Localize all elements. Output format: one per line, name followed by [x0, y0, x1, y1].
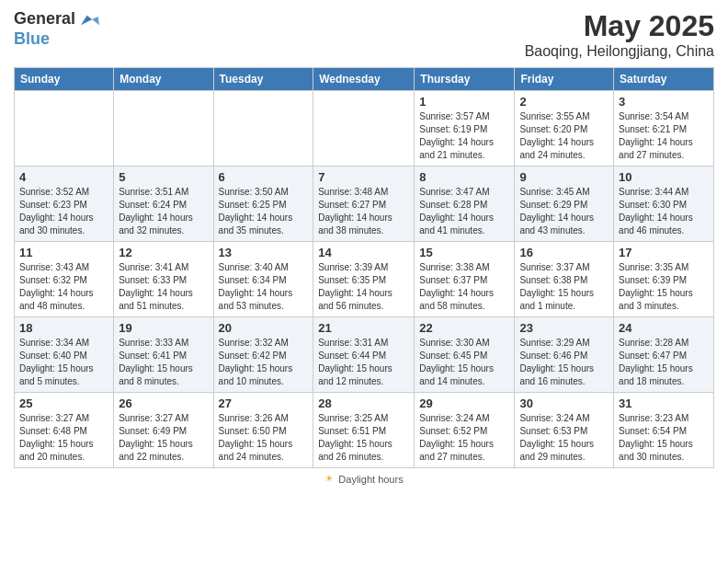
location-title: Baoqing, Heilongjiang, China — [525, 43, 714, 60]
calendar-cell: 11Sunrise: 3:43 AM Sunset: 6:32 PM Dayli… — [15, 242, 114, 317]
logo-blue: Blue — [14, 29, 50, 48]
calendar-cell: 26Sunrise: 3:27 AM Sunset: 6:49 PM Dayli… — [114, 393, 213, 468]
sun-icon: ☀ — [324, 473, 334, 485]
day-info: Sunrise: 3:37 AM Sunset: 6:38 PM Dayligh… — [519, 261, 609, 313]
col-wednesday: Wednesday — [313, 68, 415, 91]
day-number: 17 — [619, 246, 709, 259]
calendar-page: General Blue May 2025 Baoqing, Heilongji… — [0, 0, 728, 563]
calendar-cell — [313, 91, 415, 167]
calendar-cell: 4Sunrise: 3:52 AM Sunset: 6:23 PM Daylig… — [15, 167, 114, 242]
day-info: Sunrise: 3:34 AM Sunset: 6:40 PM Dayligh… — [19, 337, 108, 388]
day-info: Sunrise: 3:25 AM Sunset: 6:51 PM Dayligh… — [318, 412, 409, 464]
calendar-cell: 29Sunrise: 3:24 AM Sunset: 6:52 PM Dayli… — [415, 393, 515, 468]
calendar-cell: 9Sunrise: 3:45 AM Sunset: 6:29 PM Daylig… — [515, 167, 614, 242]
day-number: 20 — [219, 321, 309, 335]
day-number: 23 — [519, 321, 609, 335]
day-number: 8 — [419, 170, 509, 184]
day-info: Sunrise: 3:54 AM Sunset: 6:21 PM Dayligh… — [619, 110, 709, 162]
calendar-cell: 7Sunrise: 3:48 AM Sunset: 6:27 PM Daylig… — [313, 167, 415, 242]
calendar-cell: 20Sunrise: 3:32 AM Sunset: 6:42 PM Dayli… — [213, 317, 313, 393]
day-info: Sunrise: 3:52 AM Sunset: 6:23 PM Dayligh… — [19, 186, 108, 237]
day-number: 30 — [519, 396, 609, 410]
calendar-cell: 6Sunrise: 3:50 AM Sunset: 6:25 PM Daylig… — [213, 167, 313, 242]
day-info: Sunrise: 3:32 AM Sunset: 6:42 PM Dayligh… — [219, 337, 309, 388]
day-info: Sunrise: 3:33 AM Sunset: 6:41 PM Dayligh… — [119, 337, 208, 388]
day-number: 19 — [119, 321, 208, 335]
calendar-cell: 1Sunrise: 3:57 AM Sunset: 6:19 PM Daylig… — [415, 91, 515, 167]
day-number: 5 — [119, 170, 208, 184]
day-number: 7 — [318, 170, 409, 184]
day-info: Sunrise: 3:23 AM Sunset: 6:54 PM Dayligh… — [619, 412, 709, 464]
day-number: 28 — [318, 396, 409, 410]
month-title: May 2025 — [525, 9, 714, 43]
day-number: 27 — [219, 396, 309, 410]
calendar-cell: 18Sunrise: 3:34 AM Sunset: 6:40 PM Dayli… — [15, 317, 114, 393]
calendar-cell: 28Sunrise: 3:25 AM Sunset: 6:51 PM Dayli… — [313, 393, 415, 468]
calendar-cell: 14Sunrise: 3:39 AM Sunset: 6:35 PM Dayli… — [313, 242, 415, 317]
day-number: 11 — [19, 246, 108, 259]
day-number: 22 — [419, 321, 509, 335]
day-info: Sunrise: 3:41 AM Sunset: 6:33 PM Dayligh… — [119, 261, 208, 313]
day-info: Sunrise: 3:39 AM Sunset: 6:35 PM Dayligh… — [318, 261, 409, 313]
calendar-cell: 22Sunrise: 3:30 AM Sunset: 6:45 PM Dayli… — [415, 317, 515, 393]
calendar-cell: 17Sunrise: 3:35 AM Sunset: 6:39 PM Dayli… — [614, 242, 714, 317]
calendar-cell: 3Sunrise: 3:54 AM Sunset: 6:21 PM Daylig… — [614, 91, 714, 167]
calendar-cell: 15Sunrise: 3:38 AM Sunset: 6:37 PM Dayli… — [415, 242, 515, 317]
calendar-cell: 5Sunrise: 3:51 AM Sunset: 6:24 PM Daylig… — [114, 167, 213, 242]
day-info: Sunrise: 3:35 AM Sunset: 6:39 PM Dayligh… — [619, 261, 709, 313]
calendar-cell: 19Sunrise: 3:33 AM Sunset: 6:41 PM Dayli… — [114, 317, 213, 393]
calendar-cell: 12Sunrise: 3:41 AM Sunset: 6:33 PM Dayli… — [114, 242, 213, 317]
day-info: Sunrise: 3:44 AM Sunset: 6:30 PM Dayligh… — [619, 186, 709, 237]
day-info: Sunrise: 3:26 AM Sunset: 6:50 PM Dayligh… — [219, 412, 309, 464]
day-info: Sunrise: 3:30 AM Sunset: 6:45 PM Dayligh… — [419, 337, 509, 388]
day-info: Sunrise: 3:47 AM Sunset: 6:28 PM Dayligh… — [419, 186, 509, 237]
title-section: May 2025 Baoqing, Heilongjiang, China — [525, 9, 714, 60]
calendar-week-5: 25Sunrise: 3:27 AM Sunset: 6:48 PM Dayli… — [15, 393, 714, 468]
calendar-header-row: Sunday Monday Tuesday Wednesday Thursday… — [15, 68, 714, 91]
col-saturday: Saturday — [614, 68, 714, 91]
calendar-cell: 30Sunrise: 3:24 AM Sunset: 6:53 PM Dayli… — [515, 393, 614, 468]
day-info: Sunrise: 3:50 AM Sunset: 6:25 PM Dayligh… — [219, 186, 309, 237]
footer: ☀ Daylight hours — [14, 473, 714, 485]
day-number: 14 — [318, 246, 409, 259]
calendar-cell: 27Sunrise: 3:26 AM Sunset: 6:50 PM Dayli… — [213, 393, 313, 468]
day-info: Sunrise: 3:31 AM Sunset: 6:44 PM Dayligh… — [318, 337, 409, 388]
calendar-cell — [15, 91, 114, 167]
day-info: Sunrise: 3:40 AM Sunset: 6:34 PM Dayligh… — [219, 261, 309, 313]
day-info: Sunrise: 3:29 AM Sunset: 6:46 PM Dayligh… — [519, 337, 609, 388]
calendar-cell: 21Sunrise: 3:31 AM Sunset: 6:44 PM Dayli… — [313, 317, 415, 393]
header: General Blue May 2025 Baoqing, Heilongji… — [14, 9, 714, 60]
calendar-week-1: 1Sunrise: 3:57 AM Sunset: 6:19 PM Daylig… — [15, 91, 714, 167]
calendar-cell: 13Sunrise: 3:40 AM Sunset: 6:34 PM Dayli… — [213, 242, 313, 317]
day-number: 21 — [318, 321, 409, 335]
calendar-cell: 8Sunrise: 3:47 AM Sunset: 6:28 PM Daylig… — [415, 167, 515, 242]
day-number: 13 — [219, 246, 309, 259]
logo-text: General Blue — [14, 9, 100, 49]
logo-icon — [81, 11, 99, 29]
day-number: 6 — [219, 170, 309, 184]
day-number: 29 — [419, 396, 509, 410]
day-info: Sunrise: 3:48 AM Sunset: 6:27 PM Dayligh… — [318, 186, 409, 237]
calendar-cell: 25Sunrise: 3:27 AM Sunset: 6:48 PM Dayli… — [15, 393, 114, 468]
footer-note: ☀ Daylight hours — [14, 473, 714, 485]
day-number: 9 — [519, 170, 609, 184]
calendar-week-3: 11Sunrise: 3:43 AM Sunset: 6:32 PM Dayli… — [15, 242, 714, 317]
calendar-cell: 16Sunrise: 3:37 AM Sunset: 6:38 PM Dayli… — [515, 242, 614, 317]
day-number: 2 — [519, 95, 609, 109]
calendar-table: Sunday Monday Tuesday Wednesday Thursday… — [14, 67, 714, 468]
calendar-week-2: 4Sunrise: 3:52 AM Sunset: 6:23 PM Daylig… — [15, 167, 714, 242]
day-number: 16 — [519, 246, 609, 259]
day-info: Sunrise: 3:57 AM Sunset: 6:19 PM Dayligh… — [419, 110, 509, 162]
day-number: 15 — [419, 246, 509, 259]
calendar-cell — [114, 91, 213, 167]
calendar-week-4: 18Sunrise: 3:34 AM Sunset: 6:40 PM Dayli… — [15, 317, 714, 393]
day-info: Sunrise: 3:43 AM Sunset: 6:32 PM Dayligh… — [19, 261, 108, 313]
day-number: 26 — [119, 396, 208, 410]
footer-label: Daylight hours — [338, 474, 403, 485]
col-friday: Friday — [515, 68, 614, 91]
day-info: Sunrise: 3:24 AM Sunset: 6:52 PM Dayligh… — [419, 412, 509, 464]
day-number: 10 — [619, 170, 709, 184]
calendar-cell: 2Sunrise: 3:55 AM Sunset: 6:20 PM Daylig… — [515, 91, 614, 167]
col-thursday: Thursday — [415, 68, 515, 91]
logo-general: General — [14, 9, 75, 28]
